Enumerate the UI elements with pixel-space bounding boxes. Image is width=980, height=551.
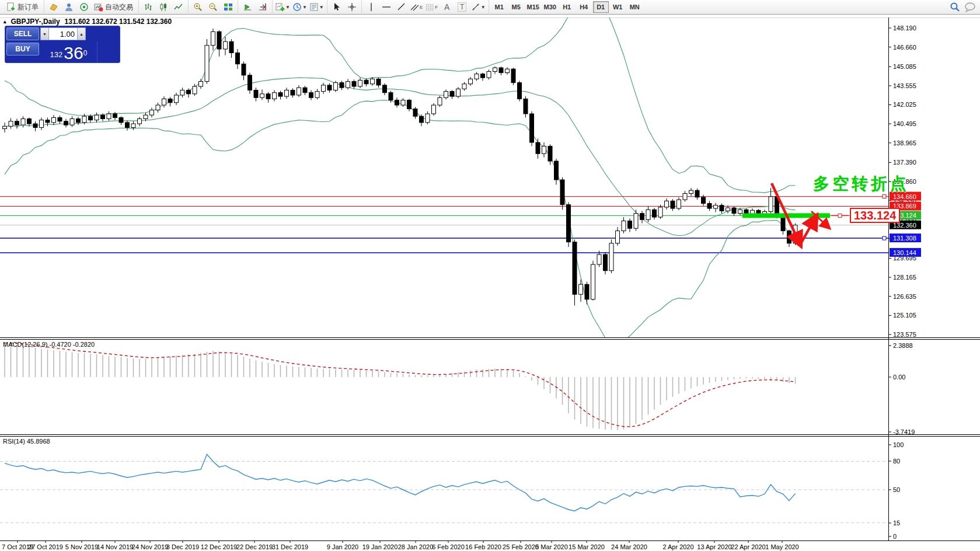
candle-body	[732, 208, 736, 214]
candle	[413, 107, 417, 118]
candle	[548, 144, 552, 165]
candle	[52, 115, 56, 125]
candle-body	[720, 205, 724, 211]
candle-body	[616, 231, 620, 243]
candle	[714, 203, 718, 212]
candle-body	[542, 146, 546, 154]
candle	[426, 111, 430, 124]
candle	[224, 37, 228, 55]
main-pane[interactable]	[0, 0, 888, 343]
candle	[248, 73, 252, 94]
candle-body	[21, 118, 25, 125]
candle-body	[254, 90, 258, 97]
rsi-line	[5, 454, 796, 511]
candle	[285, 88, 289, 99]
one-click-toggle-icon[interactable]: ▴	[4, 19, 6, 25]
candle	[677, 197, 681, 210]
candle	[432, 103, 436, 116]
candle-body	[364, 80, 368, 83]
candle-body	[168, 99, 172, 102]
candle-body	[481, 74, 485, 78]
date-label: 19 Jan 2020	[362, 543, 398, 550]
buy-button[interactable]: BUY	[6, 43, 39, 55]
candle-body	[291, 90, 295, 95]
level-handle-134.660	[883, 195, 886, 198]
candle-body	[187, 90, 191, 93]
candle	[536, 139, 540, 159]
axis-label: 0.00	[893, 374, 905, 381]
price-level-box[interactable]: 133.124	[850, 208, 900, 223]
candle	[609, 239, 613, 273]
axis-label: 15	[893, 519, 900, 526]
candle	[162, 96, 166, 107]
chart-window[interactable]: 148.190146.660145.085143.555142.025140.4…	[0, 15, 980, 551]
candle-body	[665, 201, 669, 207]
candle	[260, 89, 264, 100]
candle-body	[131, 124, 135, 127]
turning-point-annotation[interactable]: 多空转折点	[813, 173, 909, 195]
trend-arrow[interactable]	[800, 217, 816, 245]
macd-pane	[5, 343, 796, 430]
chart-canvas[interactable]: 148.190146.660145.085143.555142.025140.4…	[0, 0, 980, 551]
candle	[456, 87, 461, 98]
candle	[175, 93, 179, 105]
candle-body	[303, 88, 307, 93]
sell-button[interactable]: SELL	[6, 27, 39, 40]
candle-body	[229, 41, 233, 53]
date-label: 6 Feb 2020	[432, 543, 465, 550]
buy-price[interactable]: 132 395	[5, 62, 62, 63]
candle-body	[683, 193, 687, 200]
candle-body	[242, 64, 246, 75]
price-badge-text: 131.308	[893, 235, 916, 242]
candle	[542, 142, 546, 158]
candle-body	[266, 94, 270, 99]
axis-label: 142.025	[893, 101, 916, 108]
candle	[291, 88, 295, 97]
date-label: 2 Apr 2020	[662, 543, 693, 550]
candle-body	[432, 105, 436, 114]
candle-body	[640, 214, 644, 220]
candle	[358, 78, 362, 88]
candle-body	[346, 82, 350, 88]
candle-body	[70, 118, 74, 125]
volume-decrease-button[interactable]: ▼	[40, 27, 49, 40]
candle	[383, 83, 387, 95]
candle	[732, 206, 736, 216]
candle-body	[107, 114, 111, 119]
candle	[616, 227, 620, 246]
candle	[524, 96, 528, 117]
candle-body	[175, 95, 179, 103]
candle-body	[64, 121, 68, 125]
candle-body	[407, 100, 411, 109]
candle	[505, 67, 510, 75]
date-label: 5 Mar 2020	[535, 543, 568, 550]
candle	[450, 90, 454, 99]
date-label: 24 Mar 2020	[611, 543, 647, 550]
candle	[499, 67, 503, 75]
candle-body	[579, 284, 583, 294]
volume-value[interactable]: 1.00	[49, 27, 77, 40]
volume-increase-button[interactable]: ▲	[77, 27, 86, 40]
candle	[236, 49, 240, 69]
candle	[658, 205, 662, 219]
sell-price[interactable]: 132 360	[40, 41, 97, 62]
chart-ohlc-values: 131.602 132.672 131.542 132.360	[65, 18, 172, 26]
axis-label: 146.660	[893, 44, 916, 51]
candle-body	[585, 284, 589, 299]
candle-body	[162, 99, 166, 105]
candle	[327, 83, 332, 93]
candle	[585, 282, 589, 304]
candle-body	[426, 114, 430, 123]
candle	[242, 61, 246, 80]
candle-body	[634, 214, 638, 229]
candle-body	[505, 69, 510, 72]
candle	[64, 118, 68, 127]
candle-body	[628, 221, 632, 228]
candle	[511, 68, 515, 85]
candle	[401, 98, 405, 107]
candle-body	[462, 84, 466, 89]
candle	[530, 111, 534, 147]
date-label: 1 May 2020	[765, 543, 798, 550]
candle	[634, 210, 638, 231]
sell-price-figure: 132	[50, 50, 63, 59]
